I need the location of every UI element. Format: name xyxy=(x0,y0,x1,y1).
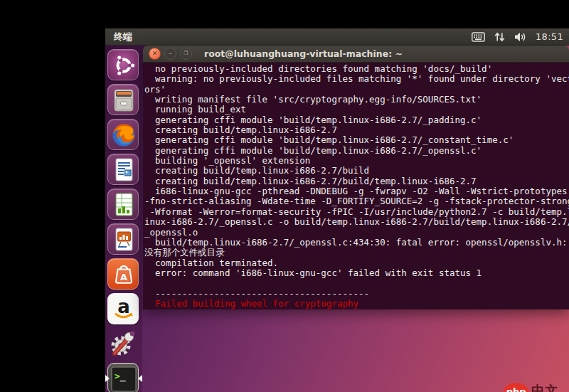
watermark-text: 中文网 xyxy=(531,383,569,392)
watermark: php 中文网 xyxy=(504,383,569,392)
indicator-tray: 18:51 xyxy=(472,31,569,42)
terminal-line: _openssl.o xyxy=(144,228,569,238)
launcher-item-firefox[interactable] xyxy=(107,119,139,150)
terminal-line: no previously-included directories found… xyxy=(144,64,569,74)
terminal-line: creating build/temp.linux-i686-2.7 xyxy=(144,125,569,135)
volume-icon[interactable] xyxy=(514,32,526,42)
focused-app-arrow-right xyxy=(138,375,142,382)
window-title: root@luhuanghuang-virtual-machine: ~ xyxy=(204,48,403,59)
terminal-line: compilation terminated. xyxy=(144,258,569,268)
close-button[interactable]: ✕ xyxy=(149,48,161,60)
launcher-item-amazon[interactable]: a xyxy=(107,293,139,324)
terminal-line: i686-linux-gnu-gcc -pthread -DNDEBUG -g … xyxy=(144,186,569,196)
launcher-item-dash[interactable] xyxy=(107,49,139,80)
libreoffice-writer-icon xyxy=(108,154,139,185)
terminal-line: generating cffi module 'build/temp.linux… xyxy=(144,115,569,125)
app-menu-title[interactable]: 终端 xyxy=(105,31,141,43)
files-icon xyxy=(108,85,139,115)
ubuntu-software-icon: A xyxy=(108,259,139,290)
svg-text:>_: >_ xyxy=(115,371,126,382)
firefox-icon xyxy=(108,120,139,150)
watermark-logo: php xyxy=(504,383,528,392)
running-app-arrow-left xyxy=(105,375,110,382)
terminal-line: ors' xyxy=(144,85,569,95)
system-settings-icon xyxy=(107,328,139,359)
terminal-line: error: command 'i686-linux-gnu-gcc' fail… xyxy=(144,268,569,278)
terminal-line: -fno-strict-aliasing -Wdate-time -D_FORT… xyxy=(144,196,569,206)
svg-text:A: A xyxy=(120,272,127,282)
minimize-button[interactable]: – xyxy=(164,48,176,60)
terminal-line: ---------------------------------------- xyxy=(144,289,569,299)
terminal-line: -Wformat -Werror=format-security -fPIC -… xyxy=(144,207,569,217)
top-panel: 终端 xyxy=(105,28,569,46)
launcher-item-libreoffice-calc[interactable] xyxy=(107,189,139,220)
terminal-line: inux-i686-2.7/_openssl.c -o build/temp.l… xyxy=(144,217,569,227)
terminal-line: Failed building wheel for cryptography xyxy=(144,299,569,309)
launcher-item-system-settings[interactable] xyxy=(107,328,139,359)
terminal-line: 没有那个文件或目录 xyxy=(144,248,569,258)
terminal-line xyxy=(144,278,569,288)
maximize-button[interactable]: ❒ xyxy=(180,48,192,60)
launcher-item-files[interactable] xyxy=(107,84,139,115)
keyboard-icon[interactable] xyxy=(472,32,485,42)
ubuntu-dash-icon xyxy=(108,50,139,80)
terminal-line: build/temp.linux-i686-2.7/_openssl.c:434… xyxy=(144,238,569,248)
launcher-item-ubuntu-software[interactable]: A xyxy=(107,258,139,290)
terminal-line: creating build/temp.linux-i686-2.7/build… xyxy=(144,176,569,186)
terminal-line: building '_openssl' extension xyxy=(144,156,569,166)
launcher-item-libreoffice-impress[interactable] xyxy=(107,223,139,255)
terminal-line: running build_ext xyxy=(144,105,569,115)
launcher-item-terminal[interactable]: >_ xyxy=(107,363,139,392)
terminal-output[interactable]: no previously-included directories found… xyxy=(143,63,569,309)
terminal-line: generating cffi module 'build/temp.linux… xyxy=(144,135,569,145)
amazon-icon: a xyxy=(108,294,139,324)
terminal-icon: >_ xyxy=(108,364,139,392)
terminal-line: writing manifest file 'src/cryptography.… xyxy=(144,95,569,105)
unity-launcher: A a >_ xyxy=(105,46,142,392)
terminal-window: ✕ – ❒ root@luhuanghuang-virtual-machine:… xyxy=(143,46,569,309)
libreoffice-calc-icon xyxy=(108,189,139,220)
network-arrows-icon[interactable] xyxy=(494,32,505,42)
terminal-line: warning: no previously-included files ma… xyxy=(144,74,569,84)
terminal-line: creating build/temp.linux-i686-2.7/build xyxy=(144,166,569,176)
svg-text:a: a xyxy=(117,296,130,317)
terminal-line: generating cffi module 'build/temp.linux… xyxy=(144,146,569,156)
window-titlebar[interactable]: ✕ – ❒ root@luhuanghuang-virtual-machine:… xyxy=(143,46,569,63)
panel-clock[interactable]: 18:51 xyxy=(536,31,563,42)
libreoffice-impress-icon xyxy=(108,224,139,255)
screen: 终端 xyxy=(0,0,569,392)
launcher-item-libreoffice-writer[interactable] xyxy=(107,154,139,185)
